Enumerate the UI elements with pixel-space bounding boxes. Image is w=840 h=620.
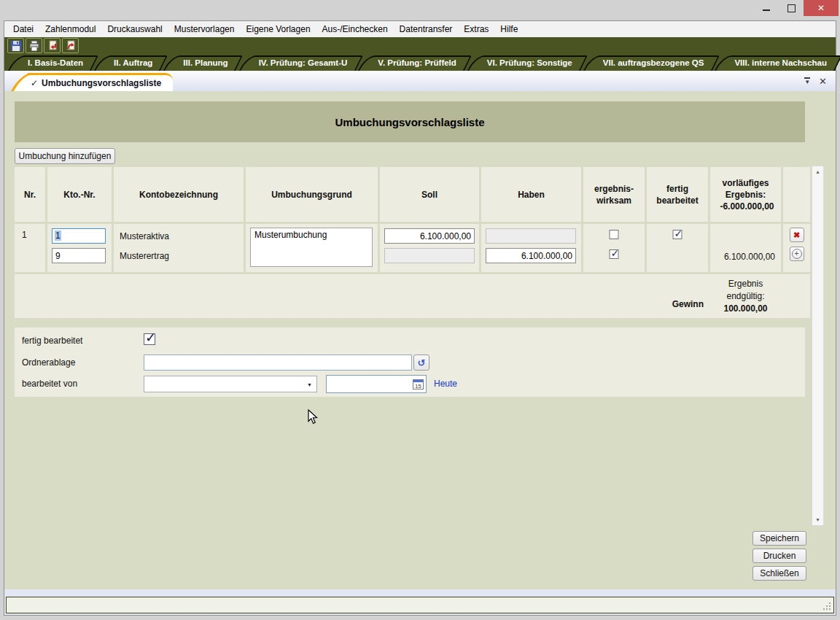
collapse-panel-icon[interactable]: [804, 77, 810, 85]
sub-tab-bar: ✓Umbuchungsvorschlagsliste: [4, 71, 836, 91]
menu-mustervorlagen[interactable]: Mustervorlagen: [168, 24, 241, 34]
tab-pruefung-prueffeld[interactable]: V. Prüfung: Prüffeld: [362, 55, 468, 71]
col-header-kontobezeichnung: Kontobezeichnung: [114, 167, 244, 222]
scroll-up-icon[interactable]: ▲: [812, 169, 823, 174]
col-header-haben: Haben: [481, 167, 581, 222]
speichern-button[interactable]: Speichern: [752, 531, 806, 546]
menu-zahlenmodul[interactable]: Zahlenmodul: [39, 24, 101, 34]
bearbeitet-von-dropdown[interactable]: [144, 376, 317, 392]
sub-tab-label: Umbuchungsvorschlagsliste: [42, 78, 161, 88]
soll-betrag-input[interactable]: [384, 228, 475, 244]
vertical-scrollbar[interactable]: ▲ ▼: [812, 166, 824, 526]
col-header-kto-nr: Kto.-Nr.: [47, 167, 112, 222]
col-header-nr: Nr.: [15, 167, 45, 222]
check-in-toolbar-button[interactable]: [62, 38, 79, 53]
cell-soll: [380, 224, 479, 272]
bearbeitet-von-label: bearbeitet von: [22, 379, 77, 389]
summary-row: Gewinn Ergebnis endgültig: 100.000,00: [15, 274, 810, 318]
detail-form: fertig bearbeitet Ordnerablage bearbeite…: [15, 328, 805, 397]
print-toolbar-button[interactable]: [26, 38, 42, 53]
menu-extras[interactable]: Extras: [458, 24, 494, 34]
col-header-ergebniswirksam: ergebnis-wirksam: [583, 167, 645, 222]
tab-interne-nachschau[interactable]: VIII. interne Nachschau: [718, 55, 839, 71]
check-in-icon: [65, 40, 77, 52]
cell-haben: [481, 224, 581, 272]
status-bar: [6, 597, 834, 613]
vorlaeufig-value: -6.000.000,00: [718, 201, 774, 212]
undo-button[interactable]: [413, 354, 429, 371]
toolbar: [4, 37, 836, 54]
cell-kontobezeichnung: Musteraktiva Musterertrag: [114, 224, 244, 272]
app-window: Datei Zahlenmodul Druckauswahl Mustervor…: [0, 0, 840, 620]
tab-basis-daten[interactable]: I. Basis-Daten: [12, 55, 95, 71]
kto-nr-haben-input[interactable]: [52, 248, 106, 263]
add-row-button[interactable]: [790, 247, 804, 261]
kto-nr-soll-input[interactable]: 1: [52, 228, 106, 244]
ergebnis-endgueltig: Ergebnis endgültig: 100.000,00: [710, 278, 781, 315]
col-header-fertig-bearbeitet: fertig bearbeitet: [647, 167, 708, 222]
tab-pruefung-gesamt[interactable]: IV. Prüfung: Gesamt-U: [243, 55, 359, 71]
tab-umbuchungsvorschlagsliste[interactable]: ✓Umbuchungsvorschlagsliste: [28, 73, 173, 91]
window-frame: Datei Zahlenmodul Druckauswahl Mustervor…: [4, 20, 836, 616]
mouse-cursor: [308, 409, 318, 425]
haben-betrag-input[interactable]: [486, 248, 576, 263]
close-icon: [817, 3, 825, 13]
minimize-button[interactable]: [754, 0, 779, 16]
cell-ergebniswirksam: [583, 224, 645, 272]
umbuchungsgrund-textarea[interactable]: Musterumbuchung: [250, 228, 373, 267]
vorlaeufig-row-value: 6.100.000,00: [724, 252, 775, 262]
soll-betrag-disabled-input: [384, 248, 475, 263]
tab-planung[interactable]: III. Planung: [167, 55, 239, 71]
ergebniswirksam-soll-checkbox[interactable]: [610, 230, 619, 239]
konto-soll-name: Musteraktiva: [120, 231, 169, 241]
heute-link[interactable]: Heute: [434, 379, 457, 389]
umbuchung-table: Nr. Kto.-Nr. Kontobezeichnung Umbuchungs…: [15, 167, 810, 318]
calendar-day: 15: [413, 383, 423, 390]
check-out-toolbar-button[interactable]: [44, 38, 61, 53]
cell-fertig-bearbeitet: [647, 224, 708, 272]
check-out-icon: [47, 40, 58, 52]
row-number: 1: [22, 230, 27, 240]
action-buttons: Speichern Drucken Schließen: [752, 531, 806, 581]
drucken-button[interactable]: Drucken: [752, 549, 806, 563]
konto-haben-name: Musterertrag: [120, 251, 169, 261]
maximize-button[interactable]: [779, 0, 804, 16]
maximize-icon: [788, 4, 796, 12]
col-header-vorlaeufiges-ergebnis: vorläufiges Ergebnis: -6.000.000,00: [710, 167, 781, 222]
ordnerablage-input[interactable]: [144, 354, 412, 371]
menu-hilfe[interactable]: Hilfe: [494, 24, 524, 34]
cell-nr: 1: [15, 224, 45, 272]
menu-eigene-vorlagen[interactable]: Eigene Vorlagen: [240, 24, 316, 34]
ergebnis-endgueltig-value: 100.000,00: [710, 303, 781, 315]
cell-actions: [783, 224, 810, 272]
close-panel-icon[interactable]: [819, 76, 827, 87]
calendar-icon[interactable]: 15: [413, 379, 424, 390]
tab-auftrag[interactable]: II. Auftrag: [98, 55, 164, 71]
ergebnis-label-line2: endgültig:: [726, 291, 764, 301]
close-button[interactable]: [804, 0, 839, 16]
menu-datei[interactable]: Datei: [7, 24, 39, 34]
save-icon: [10, 40, 22, 52]
delete-row-button[interactable]: [790, 228, 804, 242]
scroll-down-icon[interactable]: ▼: [812, 517, 823, 522]
page-title: Umbuchungsvorschlagsliste: [15, 101, 805, 142]
save-toolbar-button[interactable]: [7, 38, 24, 53]
ergebniswirksam-haben-checkbox[interactable]: [610, 249, 619, 259]
add-umbuchung-button[interactable]: Umbuchung hinzufügen: [15, 148, 115, 164]
cell-kto-nr: 1: [47, 224, 112, 272]
fertig-bearbeitet-row-checkbox[interactable]: [673, 230, 682, 239]
menu-aus-einchecken[interactable]: Aus-/Einchecken: [316, 24, 394, 34]
ergebnis-label-line1: Ergebnis: [728, 279, 763, 289]
cell-vorlaeufiges-ergebnis: 6.100.000,00: [710, 224, 781, 272]
schliessen-button[interactable]: Schließen: [752, 566, 806, 581]
datum-input[interactable]: 15: [326, 375, 427, 393]
tab-pruefung-sonstige[interactable]: VI. Prüfung: Sonstige: [471, 55, 584, 71]
menu-datentransfer[interactable]: Datentransfer: [394, 24, 459, 34]
menu-druckauswahl[interactable]: Druckauswahl: [101, 24, 168, 34]
fertig-bearbeitet-label: fertig bearbeitet: [22, 336, 82, 346]
tab-auftragsbezogene-qs[interactable]: VII. auftragsbezogene QS: [587, 55, 716, 71]
selected-text: 1: [55, 230, 61, 241]
vorlaeufig-label: vorläufiges Ergebnis:: [713, 177, 778, 201]
gewinn-label: Gewinn: [672, 299, 704, 309]
fertig-bearbeitet-checkbox[interactable]: [144, 333, 155, 345]
